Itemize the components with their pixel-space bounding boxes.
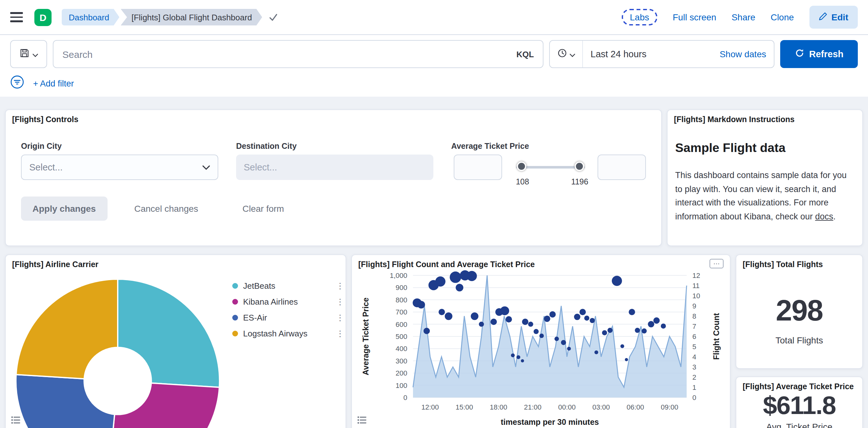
ticket-price-bubble[interactable] (620, 344, 624, 348)
legend-options-icon[interactable]: ⋮ (336, 329, 344, 338)
legend-toggle-icon[interactable] (357, 415, 367, 425)
x-axis-tick: 21:00 (524, 403, 541, 411)
donut-slice-1[interactable] (118, 279, 220, 387)
ticket-price-bubble[interactable] (435, 276, 445, 287)
ticket-price-bubble[interactable] (612, 276, 622, 286)
donut-slice-3[interactable] (16, 374, 115, 428)
ticket-price-bubble[interactable] (511, 354, 515, 357)
space-avatar[interactable]: D (34, 8, 52, 26)
ticket-price-bubble[interactable] (445, 312, 453, 320)
ticket-price-bubble[interactable] (539, 334, 544, 338)
time-picker: Last 24 hours Show dates (549, 40, 774, 68)
ticket-price-bubble[interactable] (653, 317, 659, 324)
ticket-price-bubble[interactable] (438, 309, 445, 315)
legend-swatch (232, 315, 238, 321)
ticket-price-bubble[interactable] (602, 330, 607, 335)
breadcrumb-current[interactable]: [Flights] Global Flight Dashboard (121, 9, 262, 26)
left-axis-tick: 600 (396, 321, 407, 328)
time-picker-quick-button[interactable] (550, 41, 583, 67)
clear-form-button[interactable]: Clear form (243, 197, 284, 221)
legend-options-icon[interactable]: ⋮ (336, 297, 344, 306)
ticket-price-bubble[interactable] (629, 309, 635, 315)
ticket-price-bubble[interactable] (550, 311, 556, 318)
legend-item[interactable]: JetBeats⋮ (232, 278, 344, 294)
clone-button[interactable]: Clone (771, 12, 794, 22)
ticket-price-bubble[interactable] (642, 328, 647, 334)
ticket-price-bubble[interactable] (625, 358, 628, 361)
query-language-badge[interactable]: KQL (517, 49, 534, 59)
full-screen-button[interactable]: Full screen (673, 12, 716, 22)
ticket-price-bubble[interactable] (450, 271, 461, 283)
ticket-price-bubble[interactable] (648, 321, 654, 328)
share-button[interactable]: Share (732, 12, 755, 22)
show-dates-link[interactable]: Show dates (720, 49, 774, 59)
ticket-price-bubble[interactable] (528, 322, 533, 327)
legend-swatch (232, 299, 238, 305)
labs-button[interactable]: Labs (622, 9, 658, 26)
ticket-price-bubble[interactable] (456, 284, 463, 291)
ticket-price-bubble[interactable] (479, 322, 484, 327)
legend-item[interactable]: Logstash Airways⋮ (232, 326, 344, 341)
saved-query-button[interactable] (10, 40, 47, 68)
ticket-price-bubble[interactable] (471, 312, 478, 320)
breadcrumb-dashboard[interactable]: Dashboard (62, 9, 119, 26)
legend-options-icon[interactable]: ⋮ (336, 313, 344, 322)
refresh-button[interactable]: Refresh (780, 40, 858, 68)
ticket-price-bubble[interactable] (417, 301, 425, 308)
ticket-price-bubble[interactable] (505, 316, 512, 322)
search-box: KQL (53, 40, 544, 68)
price-min-input[interactable] (454, 155, 502, 180)
legend-item[interactable]: Kibana Airlines⋮ (232, 294, 344, 310)
ticket-price-bubble[interactable] (522, 319, 528, 325)
ticket-price-bubble[interactable] (467, 271, 477, 281)
price-max-input[interactable] (597, 155, 646, 180)
panel-total-flights: [Flights] Total Flights 298 Total Flight… (736, 254, 863, 369)
ticket-price-bubble[interactable] (544, 316, 550, 322)
dashboard-grid: [Flights] Controls Origin City Destinati… (0, 97, 868, 428)
ticket-price-bubble[interactable] (424, 328, 430, 334)
slider-handle-min[interactable] (517, 162, 526, 171)
right-axis-tick: 2 (692, 373, 696, 381)
menu-icon[interactable] (10, 12, 23, 22)
right-axis-tick: 6 (692, 333, 696, 340)
x-axis-tick: 18:00 (490, 403, 507, 411)
ticket-price-bubble[interactable] (661, 323, 666, 328)
ticket-price-bubble[interactable] (608, 328, 613, 333)
ticket-price-bubble[interactable] (555, 337, 559, 341)
ticket-price-bubble[interactable] (635, 328, 640, 333)
docs-link[interactable]: docs (815, 212, 833, 221)
edit-button[interactable]: Edit (809, 6, 858, 29)
legend-options-icon[interactable]: ⋮ (336, 281, 344, 291)
ticket-price-bubble[interactable] (517, 355, 520, 359)
price-min-value: 108 (503, 177, 541, 186)
cancel-changes-button[interactable]: Cancel changes (134, 197, 198, 221)
ticket-price-bubble[interactable] (561, 340, 566, 345)
destination-city-select[interactable]: Select... (236, 155, 433, 180)
origin-city-select[interactable]: Select... (21, 155, 218, 180)
panel-options-button[interactable]: ⋯ (710, 259, 723, 268)
ticket-price-bubble[interactable] (584, 316, 589, 321)
ticket-price-bubble[interactable] (590, 318, 595, 323)
ticket-price-bubble[interactable] (580, 309, 586, 315)
add-filter-link[interactable]: + Add filter (33, 78, 74, 88)
ticket-price-bubble[interactable] (491, 319, 497, 325)
save-icon (20, 48, 29, 60)
time-range-value[interactable]: Last 24 hours (583, 49, 720, 59)
search-input[interactable] (62, 48, 517, 60)
ticket-price-bubble[interactable] (521, 359, 524, 362)
right-axis-tick: 1 (692, 384, 696, 391)
legend-toggle-icon[interactable] (11, 415, 20, 425)
ticket-price-bubble[interactable] (574, 314, 580, 320)
panel-title: [Flights] Average Ticket Price (743, 382, 854, 391)
donut-slice-4[interactable] (16, 279, 118, 379)
filter-in-circle-icon[interactable] (10, 75, 24, 92)
legend-item[interactable]: ES-Air⋮ (232, 310, 344, 326)
donut-slice-2[interactable] (108, 383, 219, 428)
ticket-price-bubble[interactable] (500, 306, 509, 315)
slider-handle-max[interactable] (575, 162, 584, 171)
ticket-price-bubble[interactable] (567, 347, 571, 351)
apply-changes-button[interactable]: Apply changes (21, 197, 107, 221)
ticket-price-bubble[interactable] (534, 329, 539, 334)
ticket-price-bubble[interactable] (594, 351, 598, 354)
panel-title: [Flights] Controls (12, 115, 78, 124)
